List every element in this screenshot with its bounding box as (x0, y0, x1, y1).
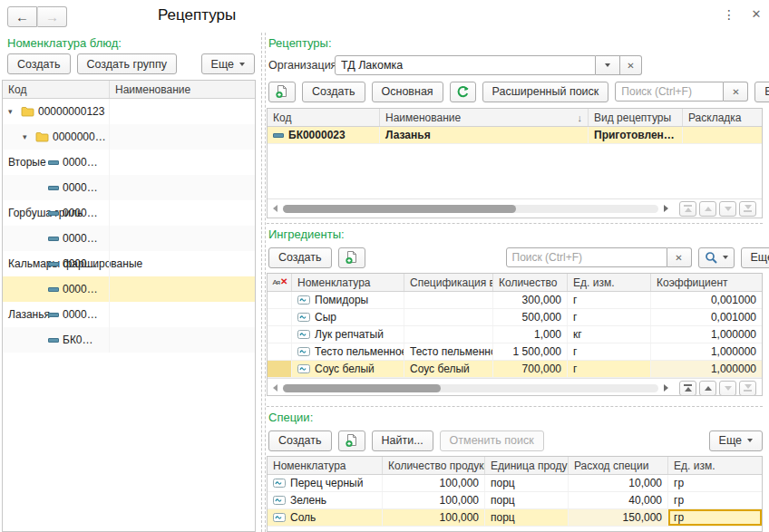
kebab-menu-icon[interactable]: ⋮ (721, 7, 737, 22)
search-input[interactable] (506, 247, 667, 267)
organization-clear-button[interactable]: ✕ (620, 55, 642, 75)
tree-row[interactable]: 0000… Кальмары фаршированые (3, 226, 255, 251)
column-header-coefficient[interactable]: Коэффициент (651, 274, 762, 291)
column-header-code[interactable]: Код (268, 109, 380, 126)
tree-row[interactable]: ▾ 0000000… Вторые (3, 124, 255, 150)
ingredient-row-selected[interactable]: Соус белый Соус белый 700,000 г 1,000000 (268, 361, 762, 378)
go-last-button[interactable] (739, 201, 756, 217)
tree-row[interactable]: ▾ 00000000123 Блюда (3, 99, 255, 124)
scrollbar-track[interactable] (283, 384, 658, 392)
focused-cell[interactable]: гр (668, 509, 762, 526)
recipe-row-selected[interactable]: БК0000023 Лазанья Приготовлен… (268, 127, 762, 144)
scrollbar-track[interactable] (283, 205, 658, 213)
search-settings-button[interactable] (698, 247, 735, 268)
search-icon (705, 251, 717, 264)
ingredients-table: Ая✕ Номенклатура Спецификация вл… Количе… (267, 273, 763, 396)
tree-row[interactable]: 0000… Бифштекс с яйцом (3, 150, 255, 175)
column-header-layout[interactable]: Раскладка (683, 109, 762, 126)
tree-row[interactable]: 0000… Горбуша гриль (3, 175, 255, 200)
column-header-nomenclature[interactable]: Номенклатура (268, 457, 383, 474)
scroll-left-icon[interactable] (273, 384, 277, 392)
search-clear-button[interactable]: ✕ (667, 247, 692, 267)
go-down-button[interactable] (719, 381, 736, 396)
scroll-right-icon[interactable] (664, 384, 668, 392)
recipes-group-label: Рецептуры: (268, 36, 763, 50)
tree-row[interactable]: 0000… Курица Карри с ананасами (3, 251, 255, 276)
sort-desc-icon: ↓ (578, 112, 583, 123)
column-header-specification[interactable]: Спецификация вл… (404, 274, 493, 291)
tree-row[interactable]: БК0… Стейк из свинины (3, 327, 255, 353)
column-header-recipe-type[interactable]: Вид рецептуры (589, 109, 683, 126)
new-document-icon (275, 84, 289, 99)
scrollbar-thumb[interactable] (283, 384, 441, 392)
column-header-product-unit[interactable]: Единица продук… (485, 457, 569, 474)
create-button[interactable]: Создать (7, 53, 71, 74)
back-button[interactable]: ← (7, 6, 37, 27)
column-header-unit[interactable]: Ед. изм. (668, 457, 762, 474)
tree-row[interactable]: 0000… Гуляш венгерский (3, 200, 255, 226)
create-new-item-button[interactable] (338, 430, 365, 451)
filter-sort-header[interactable]: Ая✕ (268, 274, 292, 291)
dishes-toolbar: Создать Создать группу Еще (7, 53, 255, 74)
organization-input[interactable] (335, 55, 596, 75)
more-button[interactable]: Еще (709, 430, 763, 451)
organization-combo: ✕ (335, 55, 642, 75)
forward-button[interactable]: → (37, 6, 67, 27)
refresh-button[interactable] (450, 82, 476, 102)
search-clear-button[interactable]: ✕ (724, 82, 748, 102)
column-header-code[interactable]: Код (3, 81, 110, 98)
expander-icon[interactable]: ▾ (23, 133, 32, 141)
more-button[interactable]: Еще (754, 82, 769, 102)
column-header-name[interactable]: Наименование (110, 81, 255, 98)
spice-row[interactable]: Перец черный 100,000 порц 10,000 гр (268, 475, 762, 492)
tree-row[interactable]: 0000… Печень куриная с грибами (3, 302, 255, 327)
catalog-item-icon (273, 496, 286, 505)
ingredient-row[interactable]: Помидоры 300,000 г 0,001000 (268, 292, 762, 309)
go-up-button[interactable] (699, 381, 716, 396)
more-button[interactable]: Еще (201, 53, 255, 74)
column-header-quantity[interactable]: Количество (493, 274, 568, 291)
more-button[interactable]: Еще (741, 247, 769, 268)
create-new-item-button[interactable] (338, 247, 365, 268)
dishes-panel-label: Номенклатура блюд: (7, 36, 122, 50)
scrollbar-thumb[interactable] (283, 205, 516, 213)
current-row-marker (268, 361, 292, 377)
column-header-consumption[interactable]: Расход специи (569, 457, 668, 474)
find-button[interactable]: Найти... (372, 430, 433, 451)
scroll-left-icon[interactable] (273, 205, 277, 212)
spices-table: Номенклатура Количество продукции Единиц… (267, 456, 763, 532)
column-header-unit[interactable]: Ед. изм. (568, 274, 651, 291)
organization-dropdown-button[interactable] (596, 55, 620, 75)
column-header-nomenclature[interactable]: Номенклатура (292, 274, 404, 291)
go-down-button[interactable] (719, 201, 736, 217)
recipes-toolbar: Создать Основная Расширенный поиск ✕ Еще (268, 81, 763, 102)
tree-header: Код Наименование (3, 81, 255, 99)
create-group-button[interactable]: Создать группу (77, 53, 177, 74)
search-input[interactable] (615, 82, 724, 102)
ingredient-row[interactable]: Тесто пельменное Тесто пельменное 1 500,… (268, 343, 762, 361)
go-first-button[interactable] (679, 201, 696, 217)
go-first-button[interactable] (679, 381, 696, 396)
go-last-button[interactable] (739, 381, 756, 396)
ingredient-row[interactable]: Лук репчатый 1,000 кг 1,000000 (268, 326, 762, 343)
spice-row-selected[interactable]: Соль 100,000 порц 150,000 гр (268, 509, 762, 527)
create-button[interactable]: Создать (302, 82, 365, 102)
ingredient-row[interactable]: Сыр 500,000 г 0,001000 (268, 309, 762, 326)
main-button[interactable]: Основная (372, 82, 443, 102)
expander-icon[interactable]: ▾ (8, 108, 17, 116)
scroll-right-icon[interactable] (664, 205, 668, 212)
advanced-search-button[interactable]: Расширенный поиск (482, 82, 609, 102)
cancel-search-button[interactable]: Отменить поиск (440, 430, 544, 451)
create-new-item-button[interactable] (268, 82, 296, 102)
column-header-product-qty[interactable]: Количество продукции (383, 457, 485, 474)
go-up-button[interactable] (699, 201, 716, 217)
row-navigation (679, 381, 756, 396)
close-icon[interactable]: ✕ (748, 7, 764, 21)
create-button[interactable]: Создать (268, 247, 332, 268)
column-header-name[interactable]: Наименование↓ (380, 109, 589, 126)
recipes-search: ✕ (615, 82, 748, 102)
create-button[interactable]: Создать (268, 430, 332, 451)
tree-row-selected[interactable]: 0000… Лазанья (3, 276, 255, 302)
spice-row[interactable]: Зелень 100,000 порц 40,000 гр (268, 492, 762, 509)
item-dash-icon (48, 287, 59, 292)
